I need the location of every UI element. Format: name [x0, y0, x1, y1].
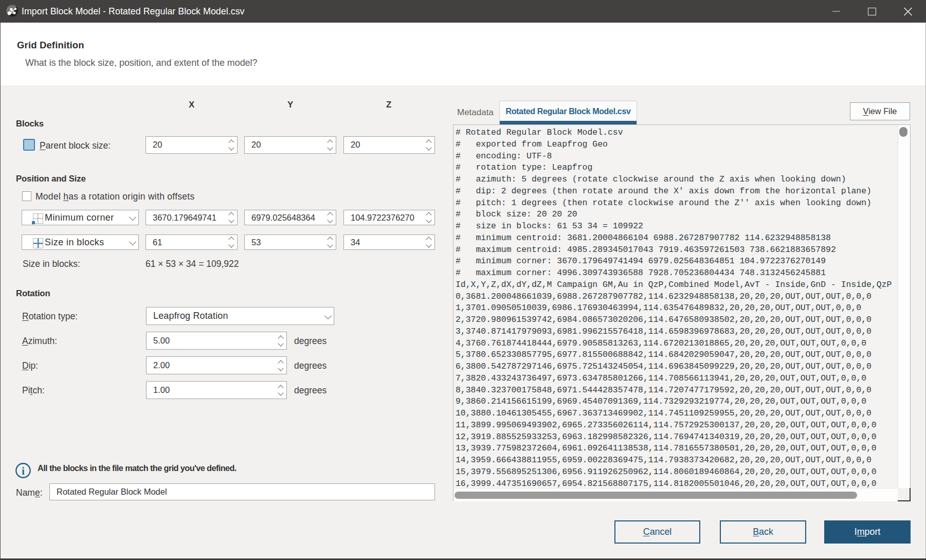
svg-text:i: i [22, 465, 25, 477]
